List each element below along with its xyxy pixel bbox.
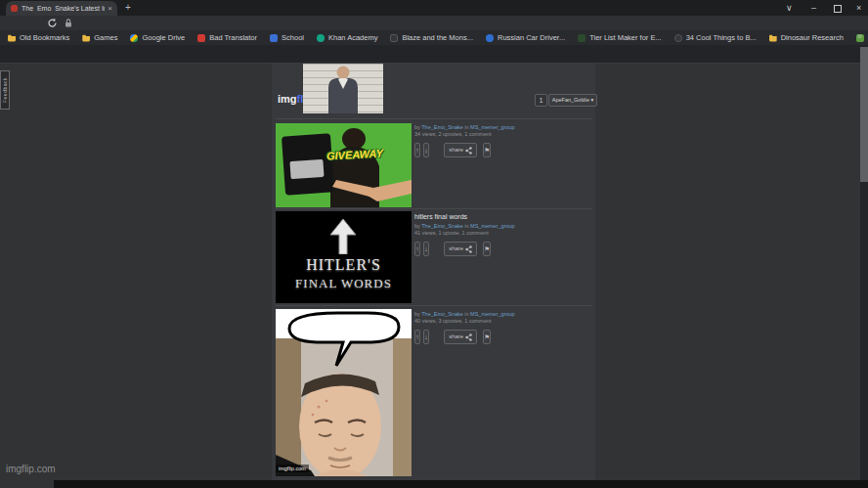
feedback-tab[interactable]: Feedback [0, 70, 10, 110]
bookmark-google-drive[interactable]: Google Drive [130, 33, 185, 42]
meme-stats: 34 views, 2 upvotes, 1 comment [414, 131, 491, 138]
meme-title[interactable]: hitlers final words [414, 213, 491, 221]
share-button[interactable]: share [444, 143, 477, 157]
reload-icon[interactable] [47, 18, 58, 28]
flag-button[interactable]: ⚑ [483, 330, 491, 344]
stream-link[interactable]: MS_memer_group [470, 223, 515, 229]
selfie-art [276, 309, 412, 476]
window-minimize-icon[interactable]: – [811, 2, 816, 14]
share-nodes-icon [465, 333, 472, 341]
site-icon [317, 34, 325, 42]
downvote-button[interactable]: ↓ [423, 143, 429, 157]
bookmark-blaze[interactable]: Blaze and the Mons... [390, 33, 473, 42]
image-watermark: imgflip.com [276, 465, 309, 472]
list-divider [276, 208, 591, 209]
bookmark-school[interactable]: School [270, 33, 304, 42]
flag-button[interactable]: ⚑ [483, 242, 491, 256]
padlock-icon[interactable] [65, 19, 75, 29]
downvote-button[interactable]: ↓ [423, 330, 429, 344]
upvote-button[interactable]: ↑ [414, 143, 420, 157]
site-icon [486, 34, 494, 42]
browser-titlebar: The_Emo_Snake's Latest Images × + ∨ – × [0, 0, 868, 16]
bookmark-tier-list-maker[interactable]: Tier List Maker for E... [578, 33, 662, 42]
scrollbar-thumb[interactable] [860, 47, 868, 182]
meme-stats: 41 views, 1 upvote, 1 comment [414, 230, 491, 237]
notification-badge[interactable]: 1 [535, 94, 547, 107]
author-link[interactable]: The_Emo_Snake [421, 124, 463, 130]
bookmarks-overflow-chevron[interactable]: » [857, 31, 862, 41]
meme-image-mugshot[interactable] [303, 64, 383, 113]
folder-icon [8, 34, 16, 42]
meme-byline: by The_Emo_Snake in MS_memer_group [414, 124, 491, 131]
upvote-button[interactable]: ↑ [414, 242, 420, 256]
browser-toolbar: ← → imgflip.com/all/user-images/The_Emo_… [0, 16, 868, 30]
imgflip-header: imgflip Create ▾ 1 ApeFan_Goldie ▾ [0, 45, 868, 64]
meme-byline: by The_Emo_Snake in MS_memer_group [414, 223, 491, 230]
window-menu-icon[interactable]: ∨ [786, 2, 793, 14]
upvote-button[interactable]: ↑ [414, 330, 420, 344]
site-icon [674, 34, 682, 42]
up-arrow-icon [328, 219, 358, 254]
window-close-icon[interactable]: × [856, 2, 861, 14]
share-button[interactable]: share [444, 242, 477, 256]
mugshot-figure [303, 64, 383, 113]
bookmark-dinosaur-research[interactable]: Dinosaur Research [769, 33, 844, 42]
bookmark-old-bookmarks[interactable]: Old Bookmarks [8, 33, 69, 42]
flag-button[interactable]: ⚑ [483, 143, 491, 157]
meme-info: hitlers final words by The_Emo_Snake in … [414, 213, 491, 256]
drive-icon [130, 34, 138, 42]
giveaway-art [276, 123, 412, 207]
meme-image-giveaway[interactable]: GIVEAWAY [276, 123, 412, 207]
bookmark-games[interactable]: Games [82, 33, 117, 42]
share-nodes-icon [465, 147, 472, 155]
downvote-button[interactable]: ↓ [423, 242, 429, 256]
author-link[interactable]: The_Emo_Snake [421, 223, 463, 229]
site-icon [270, 34, 278, 42]
meme-caption-line1: HITLER'S [276, 256, 412, 274]
tab-favicon [11, 5, 18, 12]
bookmark-34-cool-things[interactable]: 34 Cool Things to B... [674, 33, 757, 42]
bookmark-bad-translator[interactable]: Bad Translator [197, 33, 257, 42]
site-icon [578, 34, 586, 42]
meme-image-hitlers-final-words[interactable]: HITLER'S FINAL WORDS [276, 211, 412, 303]
screenshot-root: The_Emo_Snake's Latest Images × + ∨ – × … [0, 0, 868, 488]
meme-stats: 40 views, 3 upvotes, 1 comment [414, 318, 491, 325]
tab-title: The_Emo_Snake's Latest Images [22, 5, 105, 12]
screenshot-watermark: imgflip.com [6, 464, 56, 474]
bookmark-russian-car-driver[interactable]: Russian Car Driver... [486, 33, 565, 42]
stream-link[interactable]: MS_memer_group [470, 124, 515, 130]
folder-icon [769, 34, 777, 42]
user-menu-button[interactable]: ApeFan_Goldie ▾ [548, 94, 597, 107]
share-button[interactable]: share [444, 330, 477, 344]
site-icon [390, 34, 398, 42]
author-link[interactable]: The_Emo_Snake [421, 311, 463, 317]
list-divider [276, 118, 591, 119]
meme-info: by The_Emo_Snake in MS_memer_group 34 vi… [414, 124, 491, 157]
meme-image-speech-bubble-selfie[interactable]: imgflip.com [276, 309, 412, 476]
bookmark-khan-academy[interactable]: Khan Academy [317, 33, 377, 42]
tab-close-icon[interactable]: × [108, 4, 112, 13]
browser-tab[interactable]: The_Emo_Snake's Latest Images × [6, 1, 117, 16]
new-tab-button[interactable]: + [125, 2, 131, 14]
meme-info: by The_Emo_Snake in MS_memer_group 40 vi… [414, 311, 491, 344]
bottom-black-bar [54, 480, 868, 488]
bookmarks-bar: Old Bookmarks Games Google Drive Bad Tra… [0, 30, 868, 45]
meme-byline: by The_Emo_Snake in MS_memer_group [414, 311, 491, 318]
folder-icon [82, 34, 90, 42]
share-nodes-icon [465, 245, 472, 253]
window-restore-icon[interactable] [834, 5, 842, 13]
meme-caption-line2: FINAL WORDS [276, 276, 412, 291]
list-divider [276, 305, 591, 306]
site-icon [197, 34, 205, 42]
stream-link[interactable]: MS_memer_group [470, 311, 515, 317]
